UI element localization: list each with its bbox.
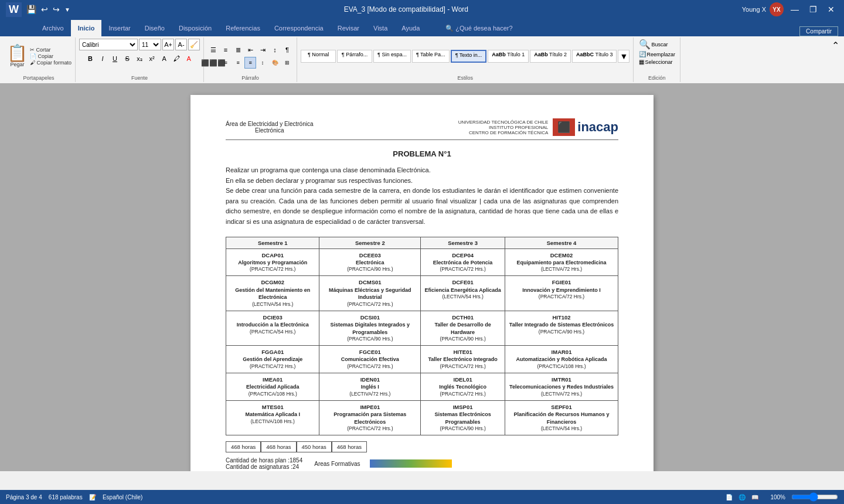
quick-save-icon[interactable]: 💾 xyxy=(26,5,36,14)
edition-group: 🔍Buscar 🔄Reemplazar ▦Seleccionar Edición xyxy=(634,38,680,82)
font-group: Calibri 11 A+ A- 🧹 B I U S x₂ x² A xyxy=(76,38,204,82)
copy-format-button[interactable]: 🖌 Copiar formato xyxy=(30,60,72,66)
cut-button[interactable]: ✂ Cortar xyxy=(30,47,72,53)
track-changes-icon: 📝 xyxy=(89,494,96,500)
title-bar: W 💾 ↩ ↪ ▼ EVA_3 [Modo de compatibilidad]… xyxy=(0,0,844,19)
text-color-button[interactable]: A xyxy=(158,53,170,64)
zoom-level: 100% xyxy=(770,494,785,500)
font-name-select[interactable]: Calibri xyxy=(79,39,138,50)
font-label: Fuente xyxy=(131,74,148,81)
undo-icon[interactable]: ↩ xyxy=(41,5,48,14)
font-grow-button[interactable]: A+ xyxy=(162,39,174,50)
style-normal[interactable]: ¶ Normal xyxy=(301,50,336,63)
table-row: FGGA01Gestión del Aprendizaje(PRACTICA/7… xyxy=(226,346,618,373)
select-button[interactable]: ▦Seleccionar xyxy=(639,59,673,65)
tab-inicio[interactable]: Inicio xyxy=(71,20,102,36)
italic-button[interactable]: I xyxy=(97,53,108,64)
minimize-button[interactable]: — xyxy=(787,5,802,14)
word-count: 618 palabras xyxy=(49,494,83,500)
tab-diseno[interactable]: Diseño xyxy=(138,20,172,36)
style-titulo2[interactable]: AaBb Título 2 xyxy=(530,50,571,63)
curriculum-table: Semestre 1 Semestre 2 Semestre 3 Semestr… xyxy=(226,237,618,435)
style-texto-in[interactable]: ¶ Texto in... xyxy=(451,50,487,63)
font-shrink-button[interactable]: A- xyxy=(175,39,187,50)
align-left-button[interactable]: ⬛⬛⬛ xyxy=(207,57,219,69)
layout-read-icon[interactable]: 📖 xyxy=(751,494,758,500)
font-color-button[interactable]: A xyxy=(183,53,195,64)
sort-button[interactable]: ↕ xyxy=(269,44,281,56)
clipboard-group: 📋 Pegar ✂ Cortar 📄 Copiar 🖌 Copiar forma… xyxy=(2,38,76,82)
paragraph-label: Párrafo xyxy=(241,74,259,81)
style-parrafo[interactable]: ¶ Párrafo... xyxy=(337,50,372,63)
style-table[interactable]: ¶ Table Pa... xyxy=(412,50,450,63)
tab-ayuda[interactable]: Ayuda xyxy=(394,20,427,36)
table-row: DCIE03Introducción a la Electrónica(PRAC… xyxy=(226,311,618,345)
problem-body: Realizar un programa que contenga una cl… xyxy=(226,165,618,227)
replace-button[interactable]: 🔄Reemplazar xyxy=(639,51,676,57)
superscript-button[interactable]: x² xyxy=(146,53,158,64)
decrease-indent-button[interactable]: ⇤ xyxy=(244,44,256,56)
borders-button[interactable]: ⊞ xyxy=(281,57,293,69)
title-bar-title: EVA_3 [Modo de compatibilidad] - Word xyxy=(70,5,742,13)
numbering-button[interactable]: ≡ xyxy=(220,44,232,56)
subscript-button[interactable]: x₂ xyxy=(134,53,145,64)
styles-label: Estilos xyxy=(457,74,473,81)
underline-button[interactable]: U xyxy=(109,53,121,64)
style-titulo3[interactable]: AaBbC Título 3 xyxy=(572,50,617,63)
justify-button[interactable]: ≡ xyxy=(244,57,256,69)
shading-button[interactable]: 🎨 xyxy=(269,57,281,69)
hours-cell-2: 468 horas xyxy=(261,441,296,452)
layout-web-icon[interactable]: 🌐 xyxy=(738,494,746,500)
ribbon-collapse[interactable]: ⌃ xyxy=(829,38,842,82)
redo-icon[interactable]: ↪ xyxy=(53,5,60,14)
layout-print-icon[interactable]: 📄 xyxy=(726,494,733,500)
tab-archivo[interactable]: Archivo xyxy=(35,20,71,36)
style-titulo1[interactable]: AaBb Título 1 xyxy=(488,50,529,63)
tab-correspondencia[interactable]: Correspondencia xyxy=(267,20,331,36)
bullets-button[interactable]: ☰ xyxy=(207,44,219,56)
status-left: Página 3 de 4 618 palabras 📝 Español (Ch… xyxy=(6,494,142,500)
nacap-text: inacap xyxy=(577,120,618,135)
multilevel-button[interactable]: ≣ xyxy=(232,44,244,56)
share-button[interactable]: Compartir xyxy=(799,26,838,36)
bold-button[interactable]: B xyxy=(84,53,96,64)
close-button[interactable]: ✕ xyxy=(824,5,838,14)
tab-revisar[interactable]: Revisar xyxy=(331,20,366,36)
font-size-select[interactable]: 11 xyxy=(139,39,161,50)
strikethrough-button[interactable]: S xyxy=(121,53,133,64)
clear-format-button[interactable]: 🧹 xyxy=(188,39,200,50)
search-button[interactable]: 🔍Buscar xyxy=(639,39,668,50)
tab-referencias[interactable]: Referencias xyxy=(219,20,267,36)
status-right: 📄 🌐 📖 100% xyxy=(726,492,838,502)
title-bar-right: Young X YX — ❐ ✕ xyxy=(742,2,838,16)
show-marks-button[interactable]: ¶ xyxy=(281,44,293,56)
copy-button[interactable]: 📄 Copiar xyxy=(30,53,72,59)
restore-button[interactable]: ❐ xyxy=(806,5,821,14)
customize-icon[interactable]: ▼ xyxy=(64,6,70,13)
tab-vista[interactable]: Vista xyxy=(366,20,394,36)
increase-indent-button[interactable]: ⇥ xyxy=(257,44,268,56)
style-sin-espa[interactable]: ¶ Sin espa... xyxy=(373,50,411,63)
tab-search[interactable]: 🔍 ¿Qué desea hacer? xyxy=(438,20,519,36)
highlight-button[interactable]: 🖍 xyxy=(171,53,182,64)
doc-header-right: UNIVERSIDAD TECNOLÓGICA DE CHILE INSTITU… xyxy=(458,118,618,136)
tab-disposicion[interactable]: Disposición xyxy=(172,20,219,36)
zoom-slider[interactable] xyxy=(791,492,838,502)
style-scroll[interactable]: ▼ xyxy=(618,50,629,63)
main-area: Área de Electricidad y Electrónica Elect… xyxy=(0,83,844,504)
header-semestre1: Semestre 1 xyxy=(226,237,319,248)
ribbon-content: 📋 Pegar ✂ Cortar 📄 Copiar 🖌 Copiar forma… xyxy=(0,36,844,83)
styles-group: ¶ Normal ¶ Párrafo... ¶ Sin espa... ¶ Ta… xyxy=(297,38,634,82)
paste-button[interactable]: 📋 Pegar xyxy=(6,44,29,69)
doc-area[interactable]: Área de Electricidad y Electrónica Elect… xyxy=(0,83,844,471)
line-spacing-button[interactable]: ↕ xyxy=(257,57,268,69)
nacap-icon: ⬛ xyxy=(553,118,575,136)
hours-cell-4: 468 horas xyxy=(332,441,367,452)
tab-insertar[interactable]: Insertar xyxy=(101,20,137,36)
areas-label: Areas Formativas xyxy=(314,461,360,467)
align-center-button[interactable]: ≡ xyxy=(220,57,232,69)
user-avatar[interactable]: YX xyxy=(770,2,784,16)
table-row: MTES01Matemática Aplicada I(LECTIVA/108 … xyxy=(226,400,618,435)
paragraph-group: ☰ ≡ ≣ ⇤ ⇥ ↕ ¶ ⬛⬛⬛ ≡ ≡ ≡ ↕ 🎨 xyxy=(204,38,297,82)
align-right-button[interactable]: ≡ xyxy=(232,57,244,69)
